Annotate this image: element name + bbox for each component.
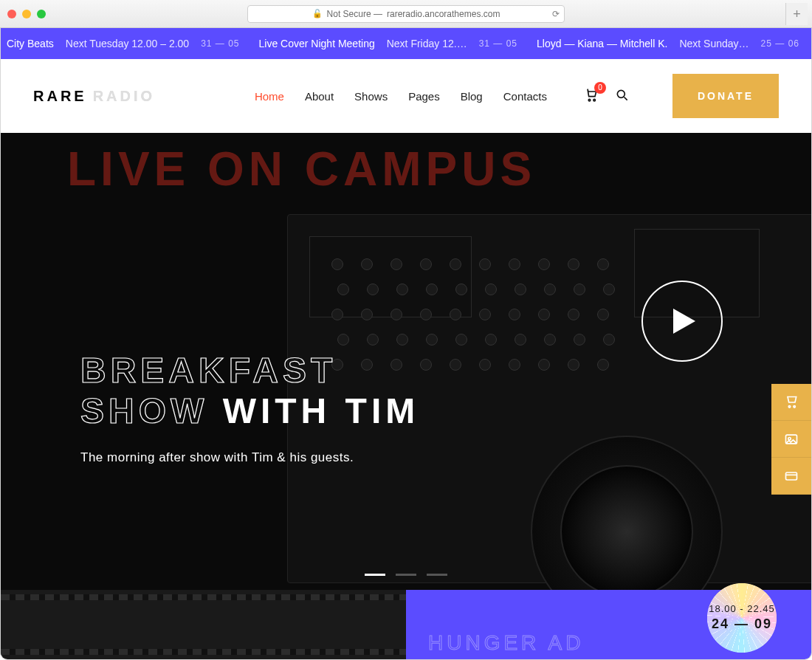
ticker-item[interactable]: Live Cover Night Meeting Next Friday 12.… xyxy=(259,38,518,49)
ticker-title: Live Cover Night Meeting xyxy=(259,38,375,49)
nav-contacts[interactable]: Contacts xyxy=(503,90,547,103)
ticker-when: Next Sunday… xyxy=(679,38,749,49)
ticker-title: City Beats xyxy=(7,38,54,49)
mixer-knob xyxy=(538,309,550,320)
slide-indicators xyxy=(365,574,447,576)
side-tool-gallery[interactable] xyxy=(771,421,811,458)
event-badge: 18.00 - 22.45 24 — 09 xyxy=(698,574,786,660)
logo-word-1: RARE xyxy=(33,88,87,105)
side-tool-cart[interactable] xyxy=(771,384,811,421)
mixer-knob xyxy=(455,283,467,295)
nav-shows[interactable]: Shows xyxy=(354,90,388,103)
svg-point-1 xyxy=(593,99,596,101)
play-button[interactable] xyxy=(641,281,723,362)
reload-icon[interactable]: ⟳ xyxy=(552,9,560,19)
event-ticker: City Beats Next Tuesday 12.00 – 2.00 31 … xyxy=(1,28,811,59)
mixer-knob xyxy=(331,309,343,320)
mixer-knob xyxy=(603,334,615,346)
svg-point-7 xyxy=(788,437,791,439)
promo-left-image[interactable] xyxy=(1,590,406,659)
promo-right[interactable]: HUNGER AD 18.00 - 22.45 24 — 09 xyxy=(406,590,811,659)
nav-icons: 0 xyxy=(584,88,630,105)
mixer-knob xyxy=(426,283,438,295)
mixer-knob xyxy=(479,309,491,320)
ticker-title: Lloyd — Kiana — Mitchell K. xyxy=(537,38,667,49)
slide-dot-2[interactable] xyxy=(396,574,416,576)
slide-dot-3[interactable] xyxy=(427,574,447,576)
mixer-knob xyxy=(544,283,556,295)
window-zoom-button[interactable] xyxy=(37,10,46,18)
mixer-knob xyxy=(390,309,402,320)
hero-subtitle: The morning after show with Tim & his gu… xyxy=(80,450,811,465)
mixer-knob xyxy=(568,309,579,320)
cart-button[interactable]: 0 xyxy=(584,88,599,105)
promo-strip: HUNGER AD 18.00 - 22.45 24 — 09 xyxy=(1,590,811,659)
mixer-knob xyxy=(420,309,432,320)
nav-pages[interactable]: Pages xyxy=(408,90,440,103)
mixer-knob xyxy=(574,334,585,346)
site-logo[interactable]: RARE RADIO xyxy=(33,88,155,105)
window-close-button[interactable] xyxy=(7,10,16,18)
mixer-knob xyxy=(367,283,379,295)
event-badge-text: 18.00 - 22.45 24 — 09 xyxy=(698,574,786,660)
side-tool-card[interactable] xyxy=(771,458,811,495)
nav-about[interactable]: About xyxy=(305,90,334,103)
nav-blog[interactable]: Blog xyxy=(461,90,483,103)
window-controls xyxy=(7,10,46,18)
hero-title-line2a: SHOW xyxy=(80,391,223,430)
slide-dot-1[interactable] xyxy=(365,574,385,576)
mixer-knob xyxy=(426,334,438,346)
site-header: RARE RADIO Home About Shows Pages Blog C… xyxy=(1,59,811,133)
cart-icon xyxy=(784,395,799,410)
mixer-knob xyxy=(574,283,585,295)
address-text: rareradio.ancorathemes.com xyxy=(387,9,500,19)
hero-title-line1: BREAKFAST xyxy=(80,351,337,390)
svg-point-2 xyxy=(617,90,625,97)
address-bar[interactable]: 🔓 Not Secure — rareradio.ancorathemes.co… xyxy=(247,5,565,23)
search-icon xyxy=(615,88,630,103)
search-button[interactable] xyxy=(615,88,630,105)
svg-rect-8 xyxy=(786,472,797,480)
image-icon xyxy=(784,432,799,447)
cart-badge: 0 xyxy=(594,82,606,94)
mixer-knob xyxy=(515,334,526,346)
mixer-knob xyxy=(568,258,579,270)
ticker-item[interactable]: City Beats Next Tuesday 12.00 – 2.00 31 … xyxy=(7,38,240,49)
mixer-knob xyxy=(597,309,609,320)
svg-point-4 xyxy=(788,405,791,408)
lock-open-icon: 🔓 xyxy=(312,9,323,18)
card-icon xyxy=(784,469,799,484)
ticker-date: 25 — 06 xyxy=(761,38,799,49)
hero: LIVE ON CAMPUS BREAKFAST SHOW WITH TIM T… xyxy=(1,133,811,591)
nav-home[interactable]: Home xyxy=(255,90,284,103)
mixer-knob xyxy=(538,258,550,270)
play-icon xyxy=(673,309,695,334)
mixer-knob xyxy=(479,258,491,270)
ticker-item[interactable]: Lloyd — Kiana — Mitchell K. Next Sunday…… xyxy=(537,38,799,49)
promo-title: HUNGER AD xyxy=(428,631,584,655)
svg-marker-3 xyxy=(673,309,695,334)
ticker-when: Next Friday 12.… xyxy=(387,38,467,49)
ticker-when: Next Tuesday 12.00 – 2.00 xyxy=(66,38,189,49)
mixer-knob xyxy=(485,283,497,295)
mixer-knob xyxy=(337,334,349,346)
hero-title-line2b: WITH TIM xyxy=(223,391,420,430)
mixer-knob xyxy=(361,258,373,270)
mixer-knob xyxy=(515,283,526,295)
svg-point-5 xyxy=(794,405,796,408)
new-tab-button[interactable]: + xyxy=(785,3,808,25)
browser-chrome: 🔓 Not Secure — rareradio.ancorathemes.co… xyxy=(0,0,812,28)
mixer-knob xyxy=(450,309,461,320)
mixer-knob xyxy=(367,334,379,346)
donate-button[interactable]: DONATE xyxy=(672,74,779,118)
mixer-knob xyxy=(509,309,520,320)
mixer-knob xyxy=(597,258,609,270)
mixer-knob xyxy=(420,258,432,270)
window-minimize-button[interactable] xyxy=(22,10,31,18)
hero-title: BREAKFAST SHOW WITH TIM xyxy=(80,350,811,431)
event-date: 24 — 09 xyxy=(712,616,772,633)
svg-point-0 xyxy=(588,99,591,101)
mixer-knob xyxy=(485,334,497,346)
mixer-knob xyxy=(603,283,615,295)
ticker-date: 31 — 05 xyxy=(479,38,517,49)
